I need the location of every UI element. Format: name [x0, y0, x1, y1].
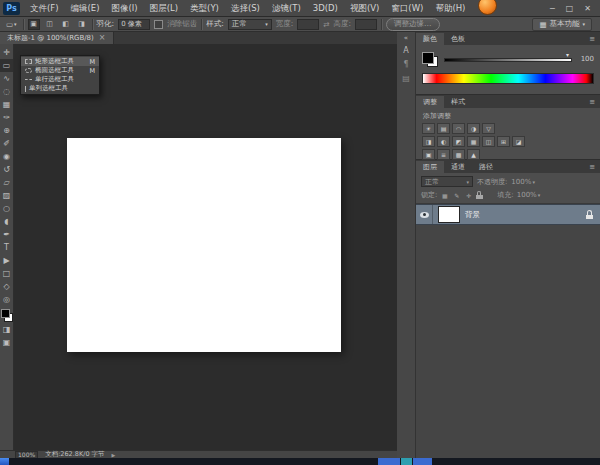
adjustment-icon[interactable]: ▦ [467, 136, 480, 147]
gradient-tool[interactable]: ▨ [0, 189, 13, 202]
expand-panels-icon[interactable]: « [404, 33, 408, 43]
menu-view[interactable]: 视图(V) [344, 0, 385, 17]
tab-color[interactable]: 颜色 [416, 33, 444, 45]
hand-tool[interactable]: ◇ [0, 280, 13, 293]
tab-adjustments[interactable]: 调整 [416, 96, 444, 108]
adjustment-icon[interactable]: ◑ [467, 123, 480, 134]
lock-image-pixels-icon[interactable]: ✎ [452, 191, 461, 200]
move-tool[interactable]: ✛ [0, 46, 13, 59]
path-selection-tool[interactable]: ▶ [0, 254, 13, 267]
lasso-tool[interactable]: ∿ [0, 72, 13, 85]
slider-handle-icon[interactable]: ▾ [566, 51, 569, 58]
feather-input[interactable] [118, 19, 150, 30]
pen-tool[interactable]: ✒ [0, 228, 13, 241]
width-input[interactable] [297, 19, 319, 30]
document-canvas[interactable] [67, 138, 341, 352]
menu-type[interactable]: 类型(Y) [184, 0, 225, 17]
zoom-tool[interactable]: ◎ [0, 293, 13, 306]
add-to-selection-icon[interactable]: ◫ [44, 19, 56, 30]
adjustment-icon[interactable]: ▤ [437, 123, 450, 134]
menu-help[interactable]: 帮助(H) [429, 0, 471, 17]
style-select[interactable]: 正常 ▾ [228, 19, 272, 30]
tab-layers[interactable]: 图层 [416, 161, 444, 173]
layer-thumbnail[interactable] [438, 206, 460, 223]
adjustment-icon[interactable]: ▩ [452, 149, 465, 160]
quick-mask-button[interactable]: ◨ [0, 323, 13, 336]
adjustment-icon[interactable]: ▲ [467, 149, 480, 160]
minimize-icon[interactable]: ─ [550, 4, 555, 13]
screen-mode-button[interactable]: ▣ [0, 336, 13, 349]
paragraph-panel-icon[interactable]: ¶ [399, 57, 414, 71]
swap-dimensions-icon[interactable]: ⇄ [323, 20, 329, 29]
adjustment-icon[interactable]: ◨ [422, 136, 435, 147]
tool-preset-picker[interactable]: ▭ ▾ [4, 19, 19, 30]
rectangle-tool[interactable]: □ [0, 267, 13, 280]
height-input[interactable] [355, 19, 377, 30]
new-selection-icon[interactable]: ▣ [28, 19, 40, 30]
adjustment-icon[interactable]: ◩ [452, 136, 465, 147]
eyedropper-tool[interactable]: ✑ [0, 111, 13, 124]
character-panel-icon[interactable]: A [399, 43, 414, 57]
flyout-item-rect-marquee[interactable]: 矩形选框工具 M [21, 57, 99, 66]
rectangular-marquee-tool[interactable]: ▭ [0, 59, 13, 72]
subtract-from-selection-icon[interactable]: ◧ [60, 19, 72, 30]
eraser-tool[interactable]: ▱ [0, 176, 13, 189]
adjustment-icon[interactable]: ◐ [437, 136, 450, 147]
tab-swatches[interactable]: 色板 [444, 33, 472, 45]
adjustment-icon[interactable]: ▽ [482, 123, 495, 134]
tab-styles[interactable]: 样式 [444, 96, 472, 108]
lock-transparent-pixels-icon[interactable]: ▦ [440, 191, 449, 200]
crop-tool[interactable]: ▦ [0, 98, 13, 111]
clone-stamp-tool[interactable]: ◉ [0, 150, 13, 163]
taskbar-item[interactable] [401, 458, 412, 465]
tab-close-icon[interactable]: × [99, 33, 106, 43]
taskbar-item[interactable] [413, 458, 432, 465]
document-tab[interactable]: 未标题-1 @ 100%(RGB/8) × [0, 32, 114, 44]
menu-filter[interactable]: 滤镜(T) [266, 0, 307, 17]
antialias-checkbox[interactable] [154, 20, 163, 29]
quick-selection-tool[interactable]: ◌ [0, 85, 13, 98]
taskbar-item[interactable] [378, 458, 400, 465]
panel-menu-icon[interactable]: ≡ [589, 33, 600, 45]
background-lock-icon[interactable] [586, 210, 593, 219]
close-icon[interactable]: ✕ [584, 4, 591, 13]
adjustment-icon[interactable]: ◫ [482, 136, 495, 147]
adjustment-icon[interactable]: ▣ [422, 149, 435, 160]
restore-icon[interactable]: □ [566, 4, 574, 13]
menu-image[interactable]: 图像(I) [106, 0, 144, 17]
adjustment-icon[interactable]: ☀ [422, 123, 435, 134]
color-slider[interactable]: ▾ [444, 54, 572, 64]
lock-all-icon[interactable] [476, 191, 483, 199]
lock-position-icon[interactable]: ✛ [464, 191, 473, 200]
status-flyout-arrow-icon[interactable]: ▶ [112, 452, 116, 458]
menu-layer[interactable]: 图层(L) [144, 0, 184, 17]
color-spectrum-ramp[interactable] [422, 73, 594, 84]
intersect-selection-icon[interactable]: ◨ [76, 19, 88, 30]
refine-edge-button[interactable]: 调整边缘… [386, 18, 440, 31]
taskbar-start-fragment[interactable] [0, 458, 9, 465]
menu-file[interactable]: 文件(F) [24, 0, 65, 17]
history-brush-tool[interactable]: ↺ [0, 163, 13, 176]
flyout-item-single-column-marquee[interactable]: 单列选框工具 [21, 84, 99, 93]
tab-channels[interactable]: 通道 [444, 161, 472, 173]
color-panel-swatches[interactable] [422, 52, 438, 67]
menu-window[interactable]: 窗口(W) [385, 0, 429, 17]
panel-menu-icon[interactable]: ≡ [589, 96, 600, 108]
brush-tool[interactable]: ✐ [0, 137, 13, 150]
layer-visibility-cell[interactable] [416, 205, 433, 224]
color-swatches[interactable] [1, 309, 13, 322]
fill-value[interactable]: 100% ▾ [517, 191, 541, 199]
foreground-color-swatch[interactable] [1, 309, 10, 318]
adjustment-icon[interactable]: ≡ [437, 149, 450, 160]
blend-mode-select[interactable]: 正常 ▾ [421, 176, 473, 187]
layer-row-background[interactable]: 背景 [416, 204, 600, 225]
menu-3d[interactable]: 3D(D) [307, 0, 344, 17]
flyout-item-ellipse-marquee[interactable]: 椭圆选框工具 M [21, 66, 99, 75]
menu-select[interactable]: 选择(S) [225, 0, 266, 17]
flyout-item-single-row-marquee[interactable]: 单行选框工具 [21, 75, 99, 84]
type-tool[interactable]: T [0, 241, 13, 254]
dodge-tool[interactable]: ◖ [0, 215, 13, 228]
opacity-value[interactable]: 100% ▾ [511, 178, 535, 186]
adjustment-icon[interactable]: ⊞ [497, 136, 510, 147]
adjustment-icon[interactable]: ◠ [452, 123, 465, 134]
